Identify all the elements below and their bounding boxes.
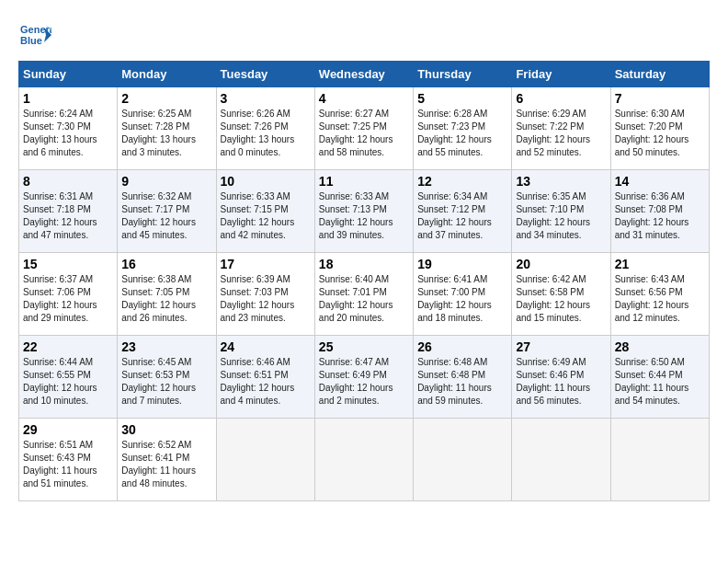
day-info: Sunrise: 6:42 AMSunset: 6:58 PMDaylight:… [516, 273, 606, 325]
calendar-week-row: 29Sunrise: 6:51 AMSunset: 6:43 PMDayligh… [19, 419, 710, 501]
calendar-day-cell: 27Sunrise: 6:49 AMSunset: 6:46 PMDayligh… [512, 336, 610, 419]
day-number: 7 [615, 91, 705, 106]
header-wednesday: Wednesday [314, 62, 413, 87]
day-info: Sunrise: 6:40 AMSunset: 7:01 PMDaylight:… [319, 273, 409, 325]
calendar-table: SundayMondayTuesdayWednesdayThursdayFrid… [18, 61, 710, 501]
day-info: Sunrise: 6:47 AMSunset: 6:49 PMDaylight:… [319, 356, 409, 408]
header-saturday: Saturday [610, 62, 709, 87]
day-info: Sunrise: 6:46 AMSunset: 6:51 PMDaylight:… [221, 356, 311, 408]
day-number: 27 [516, 339, 606, 354]
day-number: 28 [615, 339, 705, 354]
day-number: 2 [121, 91, 211, 106]
calendar-day-cell [414, 419, 512, 501]
day-info: Sunrise: 6:52 AMSunset: 6:41 PMDaylight:… [121, 439, 211, 490]
day-number: 21 [615, 257, 705, 271]
day-number: 6 [516, 91, 606, 106]
header-tuesday: Tuesday [216, 62, 314, 87]
calendar-day-cell [512, 419, 610, 501]
header: General Blue [18, 18, 710, 52]
calendar-day-cell: 7Sunrise: 6:30 AMSunset: 7:20 PMDaylight… [610, 87, 709, 170]
day-info: Sunrise: 6:51 AMSunset: 6:43 PMDaylight:… [23, 439, 113, 490]
calendar-week-row: 22Sunrise: 6:44 AMSunset: 6:55 PMDayligh… [19, 336, 710, 419]
calendar-day-cell: 5Sunrise: 6:28 AMSunset: 7:23 PMDaylight… [414, 87, 512, 170]
calendar-day-cell: 17Sunrise: 6:39 AMSunset: 7:03 PMDayligh… [216, 253, 314, 336]
day-info: Sunrise: 6:49 AMSunset: 6:46 PMDaylight:… [516, 356, 606, 408]
calendar-day-cell: 26Sunrise: 6:48 AMSunset: 6:48 PMDayligh… [414, 336, 512, 419]
calendar-day-cell: 25Sunrise: 6:47 AMSunset: 6:49 PMDayligh… [314, 336, 413, 419]
calendar-day-cell: 3Sunrise: 6:26 AMSunset: 7:26 PMDaylight… [216, 87, 314, 170]
day-number: 16 [121, 257, 211, 271]
day-number: 9 [121, 174, 211, 189]
day-number: 23 [121, 339, 211, 354]
day-number: 19 [417, 257, 507, 271]
calendar-day-cell [216, 419, 314, 501]
calendar-day-cell [610, 419, 709, 501]
calendar-day-cell: 23Sunrise: 6:45 AMSunset: 6:53 PMDayligh… [118, 336, 216, 419]
calendar-day-cell: 8Sunrise: 6:31 AMSunset: 7:18 PMDaylight… [19, 170, 118, 253]
logo: General Blue [18, 18, 55, 52]
day-info: Sunrise: 6:45 AMSunset: 6:53 PMDaylight:… [121, 356, 211, 408]
logo-icon: General Blue [18, 18, 51, 52]
day-info: Sunrise: 6:33 AMSunset: 7:15 PMDaylight:… [221, 190, 311, 242]
calendar-day-cell: 11Sunrise: 6:33 AMSunset: 7:13 PMDayligh… [314, 170, 413, 253]
day-info: Sunrise: 6:32 AMSunset: 7:17 PMDaylight:… [121, 190, 211, 242]
calendar-day-cell: 20Sunrise: 6:42 AMSunset: 6:58 PMDayligh… [512, 253, 610, 336]
day-number: 17 [221, 257, 311, 271]
day-number: 25 [319, 339, 409, 354]
header-monday: Monday [118, 62, 216, 87]
day-number: 8 [23, 174, 113, 189]
calendar-day-cell: 6Sunrise: 6:29 AMSunset: 7:22 PMDaylight… [512, 87, 610, 170]
day-number: 26 [417, 339, 507, 354]
calendar-day-cell: 15Sunrise: 6:37 AMSunset: 7:06 PMDayligh… [19, 253, 118, 336]
day-info: Sunrise: 6:31 AMSunset: 7:18 PMDaylight:… [23, 190, 113, 242]
svg-text:Blue: Blue [20, 35, 42, 46]
day-number: 20 [516, 257, 606, 271]
calendar-day-cell: 24Sunrise: 6:46 AMSunset: 6:51 PMDayligh… [216, 336, 314, 419]
day-info: Sunrise: 6:41 AMSunset: 7:00 PMDaylight:… [417, 273, 507, 325]
calendar-day-cell [314, 419, 413, 501]
day-info: Sunrise: 6:50 AMSunset: 6:44 PMDaylight:… [615, 356, 705, 408]
day-info: Sunrise: 6:28 AMSunset: 7:23 PMDaylight:… [417, 108, 507, 159]
day-info: Sunrise: 6:37 AMSunset: 7:06 PMDaylight:… [23, 273, 113, 325]
calendar-day-cell: 2Sunrise: 6:25 AMSunset: 7:28 PMDaylight… [118, 87, 216, 170]
day-info: Sunrise: 6:38 AMSunset: 7:05 PMDaylight:… [121, 273, 211, 325]
day-info: Sunrise: 6:39 AMSunset: 7:03 PMDaylight:… [221, 273, 311, 325]
day-info: Sunrise: 6:26 AMSunset: 7:26 PMDaylight:… [221, 108, 311, 159]
day-number: 30 [121, 422, 211, 437]
day-number: 22 [23, 339, 113, 354]
day-number: 18 [319, 257, 409, 271]
calendar-day-cell: 22Sunrise: 6:44 AMSunset: 6:55 PMDayligh… [19, 336, 118, 419]
day-info: Sunrise: 6:27 AMSunset: 7:25 PMDaylight:… [319, 108, 409, 159]
calendar-header-row: SundayMondayTuesdayWednesdayThursdayFrid… [19, 62, 710, 87]
header-friday: Friday [512, 62, 610, 87]
day-number: 13 [516, 174, 606, 189]
calendar-day-cell: 30Sunrise: 6:52 AMSunset: 6:41 PMDayligh… [118, 419, 216, 501]
day-info: Sunrise: 6:24 AMSunset: 7:30 PMDaylight:… [23, 108, 113, 159]
day-number: 4 [319, 91, 409, 106]
day-info: Sunrise: 6:35 AMSunset: 7:10 PMDaylight:… [516, 190, 606, 242]
day-info: Sunrise: 6:33 AMSunset: 7:13 PMDaylight:… [319, 190, 409, 242]
day-number: 11 [319, 174, 409, 189]
calendar-day-cell: 13Sunrise: 6:35 AMSunset: 7:10 PMDayligh… [512, 170, 610, 253]
header-sunday: Sunday [19, 62, 118, 87]
calendar-day-cell: 29Sunrise: 6:51 AMSunset: 6:43 PMDayligh… [19, 419, 118, 501]
calendar-day-cell: 1Sunrise: 6:24 AMSunset: 7:30 PMDaylight… [19, 87, 118, 170]
day-info: Sunrise: 6:29 AMSunset: 7:22 PMDaylight:… [516, 108, 606, 159]
calendar-day-cell: 18Sunrise: 6:40 AMSunset: 7:01 PMDayligh… [314, 253, 413, 336]
day-info: Sunrise: 6:34 AMSunset: 7:12 PMDaylight:… [417, 190, 507, 242]
calendar-day-cell: 21Sunrise: 6:43 AMSunset: 6:56 PMDayligh… [610, 253, 709, 336]
day-number: 24 [221, 339, 311, 354]
day-number: 14 [615, 174, 705, 189]
calendar-week-row: 1Sunrise: 6:24 AMSunset: 7:30 PMDaylight… [19, 87, 710, 170]
header-thursday: Thursday [414, 62, 512, 87]
day-number: 5 [417, 91, 507, 106]
calendar-day-cell: 9Sunrise: 6:32 AMSunset: 7:17 PMDaylight… [118, 170, 216, 253]
day-number: 1 [23, 91, 113, 106]
calendar-day-cell: 19Sunrise: 6:41 AMSunset: 7:00 PMDayligh… [414, 253, 512, 336]
calendar-week-row: 15Sunrise: 6:37 AMSunset: 7:06 PMDayligh… [19, 253, 710, 336]
calendar-day-cell: 16Sunrise: 6:38 AMSunset: 7:05 PMDayligh… [118, 253, 216, 336]
calendar-day-cell: 14Sunrise: 6:36 AMSunset: 7:08 PMDayligh… [610, 170, 709, 253]
calendar-day-cell: 10Sunrise: 6:33 AMSunset: 7:15 PMDayligh… [216, 170, 314, 253]
day-info: Sunrise: 6:43 AMSunset: 6:56 PMDaylight:… [615, 273, 705, 325]
calendar-day-cell: 28Sunrise: 6:50 AMSunset: 6:44 PMDayligh… [610, 336, 709, 419]
